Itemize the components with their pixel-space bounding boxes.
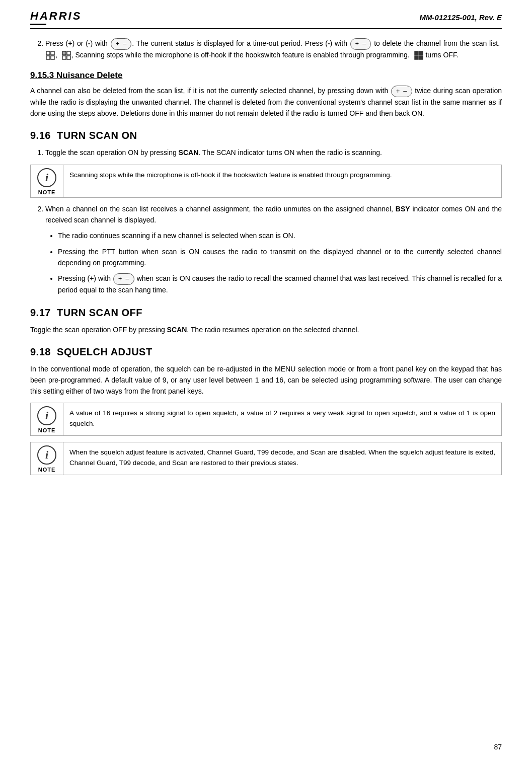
note-text-2: A value of 16 requires a strong signal t… — [63, 403, 501, 435]
btn-plus-minus-small: + – — [111, 38, 132, 50]
page: HARRIS MM-012125-001, Rev. E Press (+) o… — [0, 0, 532, 760]
note-icon-3: i — [37, 445, 56, 465]
section-9-18-body: In the conventional mode of operation, t… — [30, 364, 502, 397]
section-9-16-heading: 9.16 TURN SCAN ON — [30, 130, 502, 141]
grid-icon-1 — [46, 51, 55, 60]
doc-number: MM-012125-001, Rev. E — [420, 13, 502, 22]
note-text-1: Scanning stops while the microphone is o… — [63, 165, 501, 197]
section-9-16-list2: When a channel on the scan list receives… — [45, 204, 502, 225]
section-9-18-number: 9.18 — [30, 346, 51, 357]
step2-list: Press (+) or (-) with + –. The current s… — [45, 38, 502, 60]
svg-rect-4 — [62, 51, 66, 55]
note-label-3: NOTE — [38, 467, 56, 473]
logo-underline — [30, 24, 46, 25]
section-9-16-item1: Toggle the scan operation ON by pressing… — [45, 147, 502, 159]
item2-text: When a channel on the scan list receives… — [45, 205, 502, 224]
note-icon-2: i — [37, 406, 56, 425]
svg-rect-2 — [46, 56, 50, 59]
note-box-2: i NOTE A value of 16 requires a strong s… — [30, 403, 502, 436]
page-number: 87 — [494, 743, 502, 751]
note-icon-1: i — [37, 168, 56, 187]
note-text-3: When the squelch adjust feature is activ… — [63, 442, 501, 475]
section-9-15-3-heading: 9.15.3 Nuisance Delete — [30, 70, 502, 81]
section-9-18-title: SQUELCH ADJUST — [57, 346, 153, 357]
bullet-item-2: Pressing the PTT button when scan is ON … — [58, 247, 502, 268]
note-icon-col-3: i NOTE — [31, 442, 63, 475]
section-9-16-bullets: The radio continues scanning if a new ch… — [58, 231, 502, 295]
step2-item: Press (+) or (-) with + –. The current s… — [45, 38, 502, 60]
section-9-16-list: Toggle the scan operation ON by pressing… — [45, 147, 502, 159]
note-label-2: NOTE — [38, 427, 56, 433]
section-9-16-title: TURN SCAN ON — [57, 130, 137, 141]
or-text: Scanning stops while the microphone is o… — [75, 51, 409, 59]
logo: HARRIS — [30, 9, 82, 25]
note-label-1: NOTE — [38, 189, 56, 195]
section-9-16-number: 9.16 — [30, 130, 51, 141]
bullet-item-3: Pressing (+) with + – when scan is ON ca… — [58, 273, 502, 295]
grid-icon-3 — [414, 51, 423, 60]
step2-text: Press (+) or (-) with + –. The current s… — [45, 39, 502, 59]
svg-rect-9 — [419, 51, 423, 55]
section-9-15-3-number: 9.15.3 — [30, 70, 54, 80]
svg-rect-5 — [67, 51, 70, 55]
logo-text: HARRIS — [30, 10, 82, 23]
svg-rect-10 — [415, 56, 418, 59]
svg-rect-11 — [419, 56, 423, 59]
note-icon-col-2: i NOTE — [31, 403, 63, 435]
note-box-3: i NOTE When the squelch adjust feature i… — [30, 442, 502, 475]
btn-nuisance: + – — [391, 86, 412, 97]
section-9-18-heading: 9.18 SQUELCH ADJUST — [30, 346, 502, 358]
bullet-item-1: The radio continues scanning if a new ch… — [58, 231, 502, 242]
grid-icon-2 — [62, 51, 71, 60]
svg-rect-3 — [51, 56, 54, 59]
section-9-16-item2: When a channel on the scan list receives… — [45, 204, 502, 225]
btn-bullet3: + – — [113, 273, 134, 285]
section-9-15-3-title: Nuisance Delete — [56, 70, 122, 80]
section-9-17-heading: 9.17 TURN SCAN OFF — [30, 307, 502, 319]
svg-rect-8 — [415, 51, 418, 55]
svg-rect-7 — [67, 56, 70, 59]
section-9-15-3-body: A channel can also be deleted from the s… — [30, 86, 502, 119]
svg-rect-1 — [51, 51, 54, 55]
svg-rect-0 — [46, 51, 50, 55]
note-box-1: i NOTE Scanning stops while the micropho… — [30, 165, 502, 198]
item1-text: Toggle the scan operation ON by pressing… — [45, 148, 382, 157]
note-icon-col-1: i NOTE — [31, 165, 63, 197]
footer: 87 — [494, 743, 502, 751]
header: HARRIS MM-012125-001, Rev. E — [30, 9, 502, 29]
svg-rect-6 — [62, 56, 66, 59]
btn-minus-long: + – — [350, 38, 371, 50]
section-9-17-title: TURN SCAN OFF — [57, 307, 142, 318]
section-9-17-body: Toggle the scan operation OFF by pressin… — [30, 325, 502, 336]
section-9-17-number: 9.17 — [30, 307, 51, 318]
